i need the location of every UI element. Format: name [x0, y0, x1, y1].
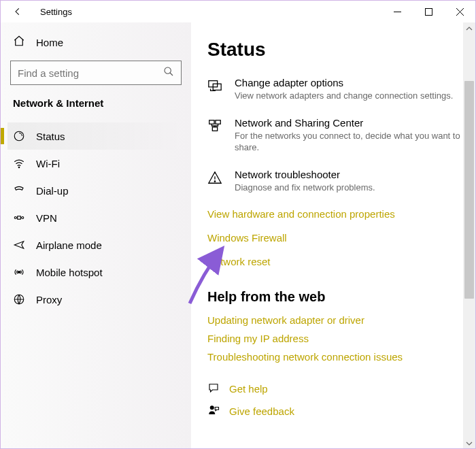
link-hardware-properties[interactable]: View hardware and connection properties — [207, 208, 469, 220]
svg-point-5 — [22, 217, 24, 219]
page-title: Status — [207, 39, 469, 61]
home-icon — [13, 35, 25, 50]
link-windows-firewall[interactable]: Windows Firewall — [207, 232, 469, 244]
window-controls — [381, 1, 475, 22]
sidebar-item-status[interactable]: Status — [7, 122, 184, 150]
titlebar: Settings — [1, 1, 475, 22]
scroll-thumb[interactable] — [464, 81, 474, 299]
option-title: Network and Sharing Center — [235, 117, 469, 129]
option-desc: Diagnose and fix network problems. — [235, 182, 375, 194]
option-change-adapter[interactable]: Change adapter options View network adap… — [207, 77, 469, 102]
home-button[interactable]: Home — [7, 28, 184, 58]
wifi-icon — [13, 157, 25, 169]
sidebar-item-airplane[interactable]: Airplane mode — [7, 231, 184, 259]
dialup-icon — [13, 184, 25, 197]
svg-point-15 — [210, 405, 214, 410]
option-troubleshooter[interactable]: Network troubleshooter Diagnose and fix … — [207, 169, 469, 194]
monitor-icon — [207, 78, 224, 96]
svg-rect-11 — [209, 120, 214, 124]
help-link-ip[interactable]: Finding my IP address — [207, 333, 469, 344]
scroll-down-icon[interactable] — [463, 437, 475, 449]
svg-point-4 — [14, 217, 16, 219]
vpn-icon — [13, 212, 25, 224]
home-label: Home — [36, 37, 63, 48]
sidebar-item-label: Status — [36, 131, 65, 142]
search-box[interactable] — [10, 61, 182, 85]
help-link-troubleshoot[interactable]: Troubleshooting network connection issue… — [207, 351, 469, 363]
link-network-reset[interactable]: Network reset — [207, 256, 469, 267]
option-title: Network troubleshooter — [235, 169, 375, 180]
minimize-button[interactable] — [381, 1, 413, 22]
sidebar: Home Network & Internet Status Wi-Fi — [1, 22, 191, 449]
scrollbar[interactable] — [463, 22, 475, 449]
option-sharing-center[interactable]: Network and Sharing Center For the netwo… — [207, 117, 469, 154]
get-help-link[interactable]: Get help — [207, 382, 469, 396]
svg-rect-13 — [212, 127, 217, 131]
scroll-up-icon[interactable] — [463, 22, 475, 35]
sidebar-item-label: Proxy — [36, 294, 62, 305]
proxy-icon — [13, 293, 25, 305]
help-link-adapter[interactable]: Updating network adapter or driver — [207, 314, 469, 326]
sidebar-item-label: VPN — [36, 212, 57, 224]
network-icon — [207, 118, 224, 136]
sidebar-item-label: Dial-up — [36, 185, 69, 197]
chat-icon — [207, 382, 220, 396]
help-section-title: Help from the web — [207, 289, 469, 305]
sidebar-item-label: Airplane mode — [36, 239, 102, 251]
svg-point-1 — [165, 67, 171, 73]
sidebar-item-proxy[interactable]: Proxy — [7, 286, 184, 313]
sidebar-item-label: Wi-Fi — [36, 158, 60, 169]
svg-point-3 — [18, 167, 20, 168]
sidebar-item-hotspot[interactable]: Mobile hotspot — [7, 259, 184, 286]
sidebar-item-wifi[interactable]: Wi-Fi — [7, 150, 184, 177]
sidebar-item-dialup[interactable]: Dial-up — [7, 177, 184, 204]
give-feedback-label: Give feedback — [229, 405, 294, 417]
window-title: Settings — [40, 7, 72, 17]
back-button[interactable] — [7, 1, 28, 22]
close-button[interactable] — [444, 1, 475, 22]
sidebar-item-vpn[interactable]: VPN — [7, 204, 184, 231]
sidebar-item-label: Mobile hotspot — [36, 267, 103, 278]
get-help-label: Get help — [229, 383, 268, 395]
search-icon — [163, 66, 174, 80]
search-input[interactable] — [18, 67, 163, 79]
content-pane: Status Change adapter options View netwo… — [191, 22, 475, 449]
svg-rect-12 — [216, 120, 220, 124]
airplane-icon — [13, 239, 25, 251]
option-desc: For the networks you connect to, decide … — [235, 130, 469, 154]
sidebar-nav: Status Wi-Fi Dial-up VPN — [7, 122, 184, 313]
svg-point-14 — [214, 180, 215, 181]
maximize-button[interactable] — [413, 1, 444, 22]
category-title: Network & Internet — [7, 95, 184, 122]
feedback-icon — [207, 404, 220, 418]
option-desc: View network adapters and change connect… — [235, 90, 453, 102]
svg-rect-6 — [18, 216, 21, 220]
give-feedback-link[interactable]: Give feedback — [207, 404, 469, 418]
status-icon — [13, 130, 25, 142]
hotspot-icon — [13, 266, 25, 278]
option-title: Change adapter options — [235, 77, 453, 88]
warning-icon — [207, 170, 224, 188]
svg-point-7 — [18, 271, 20, 273]
svg-rect-0 — [425, 8, 432, 15]
